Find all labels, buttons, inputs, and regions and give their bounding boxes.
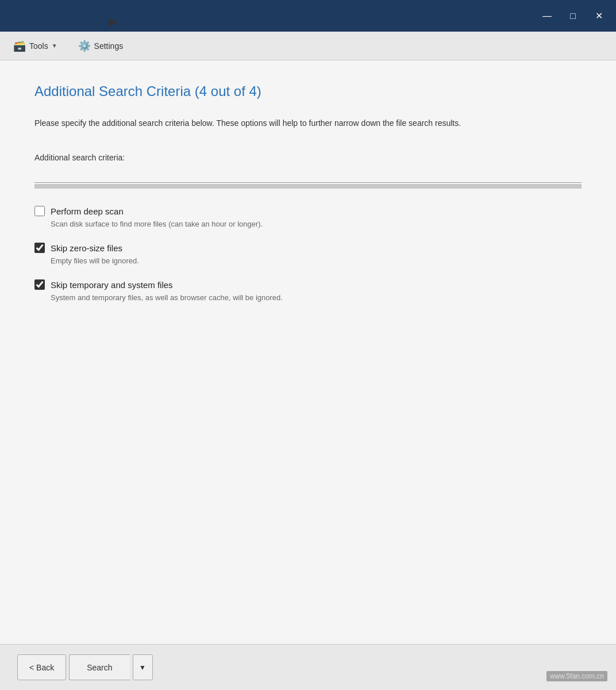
skip-zero-size-label[interactable]: Skip zero-size files bbox=[51, 243, 122, 253]
skip-temp-row: Skip temporary and system files bbox=[34, 279, 582, 290]
footer: < Back Search ▼ bbox=[0, 644, 616, 690]
deep-scan-label[interactable]: Perform deep scan bbox=[51, 206, 124, 216]
tools-label: Tools bbox=[29, 41, 48, 51]
deep-scan-checkbox[interactable] bbox=[34, 206, 45, 216]
criteria-input[interactable] bbox=[34, 163, 582, 183]
skip-zero-size-item: Skip zero-size files Empty files will be… bbox=[34, 243, 582, 265]
tools-chevron-icon: ▼ bbox=[52, 43, 57, 49]
settings-icon: ⚙️ bbox=[78, 40, 91, 52]
deep-scan-row: Perform deep scan bbox=[34, 206, 582, 216]
settings-label: Settings bbox=[94, 41, 124, 51]
page-description: Please specify the additional search cri… bbox=[34, 117, 552, 129]
criteria-section: Additional search criteria: bbox=[34, 152, 582, 189]
title-bar: — □ ✕ bbox=[0, 0, 616, 32]
skip-zero-size-checkbox[interactable] bbox=[34, 243, 45, 253]
skip-temp-description: System and temporary files, as well as b… bbox=[51, 293, 582, 302]
skip-temp-label[interactable]: Skip temporary and system files bbox=[51, 280, 173, 290]
skip-zero-size-description: Empty files will be ignored. bbox=[51, 256, 582, 265]
skip-zero-size-row: Skip zero-size files bbox=[34, 243, 582, 253]
restore-button[interactable]: □ bbox=[561, 6, 584, 26]
back-button[interactable]: < Back bbox=[17, 654, 66, 680]
skip-temp-checkbox[interactable] bbox=[34, 279, 45, 290]
minimize-button[interactable]: — bbox=[536, 6, 559, 26]
checkbox-section: Perform deep scan Scan disk surface to f… bbox=[34, 206, 582, 302]
toolbar: 🗃️ Tools ▼ ⚙️ Settings bbox=[0, 32, 616, 60]
search-button[interactable]: Search bbox=[69, 654, 129, 680]
tools-menu[interactable]: 🗃️ Tools ▼ bbox=[9, 37, 62, 55]
settings-menu[interactable]: ⚙️ Settings bbox=[74, 37, 128, 55]
skip-temp-item: Skip temporary and system files System a… bbox=[34, 279, 582, 302]
search-dropdown-button[interactable]: ▼ bbox=[133, 654, 153, 680]
main-content: Additional Search Criteria (4 out of 4) … bbox=[0, 60, 616, 644]
deep-scan-description: Scan disk surface to find more files (ca… bbox=[51, 220, 582, 228]
tools-icon: 🗃️ bbox=[13, 40, 26, 52]
page-title: Additional Search Criteria (4 out of 4) bbox=[34, 83, 582, 99]
close-button[interactable]: ✕ bbox=[587, 6, 610, 26]
deep-scan-item: Perform deep scan Scan disk surface to f… bbox=[34, 206, 582, 228]
criteria-label: Additional search criteria: bbox=[34, 153, 125, 162]
input-highlight bbox=[34, 184, 582, 189]
window-controls: — □ ✕ bbox=[536, 6, 610, 26]
